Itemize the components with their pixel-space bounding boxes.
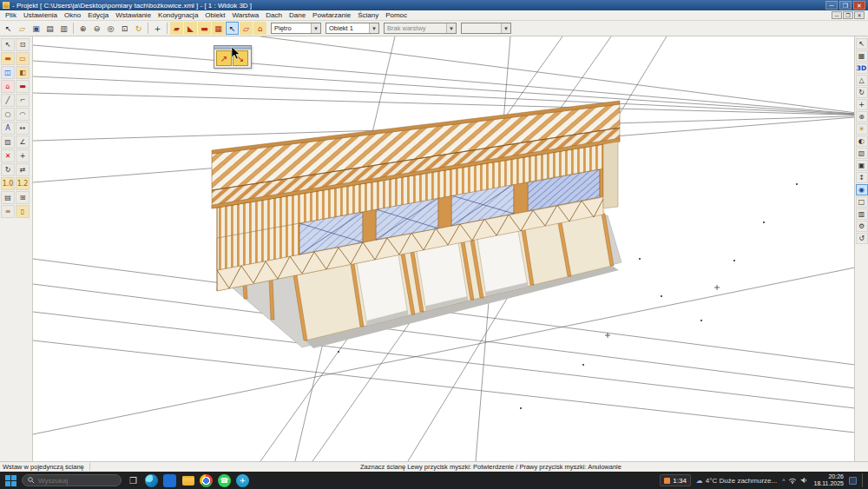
- floor-combo[interactable]: Piętro ▼: [271, 23, 321, 34]
- menu-dane[interactable]: Dane: [286, 11, 309, 19]
- beam-tool[interactable]: ▬: [16, 80, 30, 93]
- save-button[interactable]: ▣: [30, 22, 43, 35]
- roof-tool[interactable]: ⌂: [1, 80, 15, 93]
- zoom-in-button[interactable]: ⊕: [76, 22, 89, 35]
- menu-warstwa[interactable]: Warstwa: [228, 11, 262, 19]
- menu-pomoc[interactable]: Pomoc: [382, 11, 411, 19]
- task-view-icon[interactable]: ❐: [127, 474, 140, 487]
- taskbar-search[interactable]: [22, 474, 122, 486]
- chevron-down-icon[interactable]: ▼: [311, 23, 320, 33]
- weather-widget[interactable]: ☁ 4°C Duże zachmurze...: [696, 477, 777, 485]
- sun-tool[interactable]: ☀: [856, 123, 868, 135]
- menu-sciany[interactable]: Ściany: [354, 11, 382, 19]
- open-button[interactable]: ▱: [16, 22, 29, 35]
- scale-tool[interactable]: 1.0: [1, 177, 15, 190]
- show-desktop-button[interactable]: [862, 473, 864, 487]
- beam-insert-button[interactable]: ▬: [198, 22, 211, 35]
- wifi-icon[interactable]: [788, 477, 797, 484]
- walk-tool[interactable]: ↕: [856, 172, 868, 183]
- insert-wall-chain-button[interactable]: ↘: [233, 50, 248, 66]
- menu-obiekt[interactable]: Obiekt: [201, 11, 228, 19]
- wall2-insert-button[interactable]: ▱: [240, 22, 253, 35]
- insert-single-wall-button[interactable]: ↗: [216, 50, 232, 66]
- select-3d-tool[interactable]: ↖: [856, 38, 868, 50]
- menu-dach[interactable]: Dach: [262, 11, 286, 19]
- polyline-tool[interactable]: ⌐: [16, 94, 30, 107]
- zoom-window-button[interactable]: ⊡: [118, 22, 131, 35]
- app-blue-icon[interactable]: [163, 474, 176, 487]
- section-tool[interactable]: ▥: [856, 208, 868, 220]
- text-tool[interactable]: A: [1, 122, 15, 135]
- move-tool[interactable]: +: [16, 149, 30, 162]
- menu-plik[interactable]: Plik: [2, 11, 20, 19]
- dimension-tool[interactable]: ↔: [16, 122, 30, 135]
- orbit-tool[interactable]: ↻: [856, 87, 868, 98]
- menu-kondygnacja[interactable]: Kondygnacja: [155, 11, 201, 19]
- zoom-window-tool[interactable]: ⊡: [16, 38, 30, 51]
- texture-tool[interactable]: ▧: [856, 148, 868, 159]
- maximize-button[interactable]: ❐: [839, 1, 852, 10]
- roof-insert-button[interactable]: ◣: [184, 22, 197, 35]
- refresh-3d-tool[interactable]: ↺: [856, 233, 868, 244]
- telegram-icon[interactable]: ✈: [236, 474, 249, 487]
- speaker-icon[interactable]: [800, 477, 808, 484]
- pointer-mode-button[interactable]: ↖: [226, 22, 239, 35]
- menu-edycja[interactable]: Edycja: [84, 11, 112, 19]
- arc-tool[interactable]: ◠: [16, 108, 30, 121]
- mdi-minimize-button[interactable]: ─: [832, 11, 842, 19]
- wall-insert-button[interactable]: ▰: [170, 22, 183, 35]
- stairs-tool[interactable]: ≡: [1, 205, 15, 218]
- door-tool[interactable]: ◧: [16, 66, 30, 79]
- scale2-tool[interactable]: 1.2: [16, 177, 30, 190]
- zoom-out-button[interactable]: ⊖: [90, 22, 103, 35]
- wall2-tool[interactable]: ▭: [16, 52, 30, 65]
- select-tool[interactable]: ↖: [1, 38, 15, 51]
- select-button[interactable]: ↖: [2, 22, 15, 35]
- delete-tool[interactable]: ✕: [1, 149, 15, 162]
- settings-3d-tool[interactable]: ⚙: [856, 221, 868, 232]
- timer-widget[interactable]: 1:34: [660, 474, 691, 486]
- roof2-insert-button[interactable]: ⌂: [253, 22, 266, 35]
- hatch-tool[interactable]: ▨: [1, 135, 15, 149]
- panel-insert-button[interactable]: ▦: [212, 22, 225, 35]
- object-combo[interactable]: Obiekt 1 ▼: [326, 23, 379, 34]
- line-tool[interactable]: ╱: [1, 94, 15, 107]
- view-2d-tool[interactable]: ▦: [856, 50, 868, 62]
- print-button[interactable]: ▤: [43, 22, 56, 35]
- wall-tool[interactable]: ▬: [1, 52, 15, 65]
- pan-3d-tool[interactable]: +: [856, 99, 868, 110]
- angle-tool[interactable]: ∠: [16, 135, 30, 149]
- view-3d-button[interactable]: 3D: [856, 63, 868, 74]
- whatsapp-icon[interactable]: ☎: [218, 474, 231, 487]
- minimize-button[interactable]: ─: [825, 1, 838, 10]
- mdi-restore-button[interactable]: ❐: [843, 11, 853, 19]
- mdi-close-button[interactable]: ✕: [854, 11, 865, 19]
- perspective-tool[interactable]: △: [856, 75, 868, 86]
- menu-ustawienia[interactable]: Ustawienia: [20, 11, 61, 19]
- hide-tool[interactable]: □: [856, 196, 868, 208]
- close-button[interactable]: ✕: [853, 1, 865, 10]
- pan-view-button[interactable]: +: [151, 22, 164, 35]
- zoom-3d-tool[interactable]: ⊕: [856, 111, 868, 122]
- circle-tool[interactable]: ○: [1, 108, 15, 121]
- hidden-icons-chevron-icon[interactable]: ^: [782, 478, 785, 484]
- mirror-tool[interactable]: ⇄: [16, 163, 30, 176]
- refresh-button[interactable]: ↻: [132, 22, 145, 35]
- grid-tool[interactable]: ⊞: [16, 191, 30, 204]
- shadow-tool[interactable]: ◐: [856, 135, 868, 147]
- camera-tool[interactable]: ▣: [856, 160, 868, 171]
- print-preview-button[interactable]: ▥: [57, 22, 70, 35]
- notification-icon[interactable]: [849, 477, 857, 485]
- clock[interactable]: 20:26 18.11.2025: [813, 473, 844, 488]
- layers-tool[interactable]: ▤: [1, 191, 15, 204]
- start-button[interactable]: [4, 474, 16, 486]
- search-input[interactable]: [38, 477, 108, 485]
- column-tool[interactable]: ▯: [16, 205, 30, 218]
- explorer-icon[interactable]: [181, 474, 194, 487]
- edge-icon[interactable]: [145, 474, 158, 487]
- floating-wall-palette[interactable]: ↗↘: [214, 45, 252, 69]
- menu-wstawianie[interactable]: Wstawianie: [112, 11, 155, 19]
- window-tool[interactable]: ◫: [1, 66, 15, 79]
- menu-okno[interactable]: Okno: [61, 11, 84, 19]
- drawing-canvas-3d-view[interactable]: [33, 36, 854, 461]
